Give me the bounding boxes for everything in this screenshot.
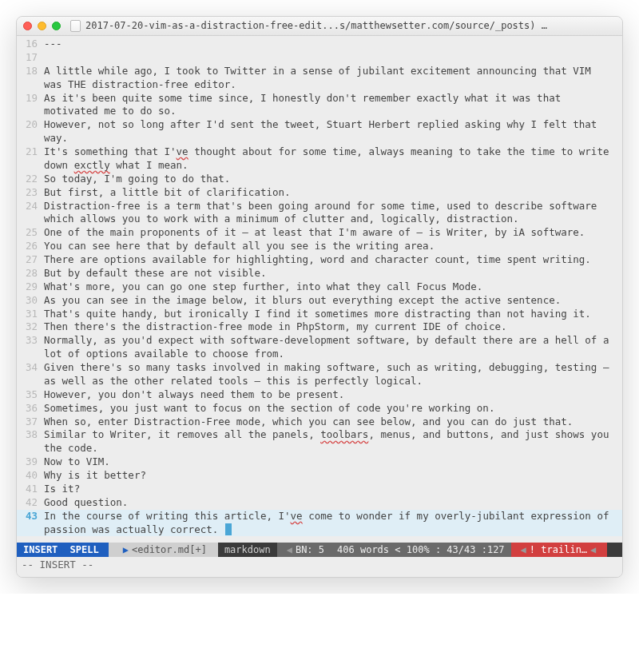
line-number: 41 (17, 483, 44, 496)
line-text[interactable]: There are options available for highligh… (44, 253, 622, 267)
line-text[interactable]: As you can see in the image below, it bl… (44, 294, 622, 308)
editor-line[interactable]: 31That's quite handy, but ironically I f… (17, 308, 622, 321)
line-text[interactable]: Similar to Writer, it removes all the pa… (44, 428, 622, 455)
editor-line[interactable]: 38Similar to Writer, it removes all the … (17, 428, 622, 455)
line-text[interactable]: Distraction-free is a term that's been g… (44, 200, 622, 227)
line-text[interactable]: What's more, you can go one step further… (44, 280, 622, 294)
status-mode: INSERT ▶ SPELL (17, 543, 109, 557)
editor-area[interactable]: 16---1718A little while ago, I took to T… (17, 36, 622, 536)
status-file: ▶ <editor.md[+] (109, 543, 218, 557)
status-spell: SPELL (70, 543, 99, 556)
editor-line[interactable]: 37When so, enter Distraction-Free mode, … (17, 416, 622, 429)
line-text[interactable]: When so, enter Distraction-Free mode, wh… (44, 416, 622, 429)
line-text[interactable]: Is it? (44, 483, 622, 496)
editor-line[interactable]: 23But first, a little bit of clarificati… (17, 186, 622, 200)
line-text[interactable]: Normally, as you'd expect with software-… (44, 334, 622, 361)
line-text[interactable]: A little while ago, I took to Twitter in… (44, 65, 622, 92)
line-text[interactable]: But by default these are not visible. (44, 267, 622, 280)
line-number: 18 (17, 65, 44, 78)
line-text[interactable]: However, you don't always need them to b… (44, 388, 622, 402)
editor-line[interactable]: 34Given there's so many tasks involved i… (17, 361, 622, 388)
line-text[interactable]: Given there's so many tasks involved in … (44, 361, 622, 388)
editor-line[interactable]: 40Why is it better? (17, 469, 622, 483)
editor-line[interactable]: 41Is it? (17, 483, 622, 496)
line-text[interactable]: In the course of writing this article, I… (44, 510, 622, 537)
editor-line[interactable]: 30As you can see in the image below, it … (17, 294, 622, 308)
editor-line[interactable]: 27There are options available for highli… (17, 253, 622, 267)
line-text[interactable]: One of the main proponents of it — at le… (44, 226, 622, 240)
line-number: 33 (17, 334, 44, 348)
line-text[interactable]: --- (44, 38, 622, 51)
line-text[interactable]: You can see here that by default all you… (44, 240, 622, 253)
spell-error[interactable]: ve (177, 145, 189, 157)
editor-line[interactable]: 21It's something that I've thought about… (17, 145, 622, 173)
line-text[interactable]: As it's been quite some time since, I ho… (44, 92, 622, 119)
chevron-right-icon: ▶ (58, 543, 69, 556)
chevron-left-icon: ◀ (518, 543, 530, 556)
line-text[interactable]: Good question. (44, 496, 622, 510)
line-number: 19 (17, 92, 44, 105)
line-number: 24 (17, 200, 44, 213)
line-text[interactable]: It's something that I've thought about f… (44, 145, 622, 173)
editor-line[interactable]: 29What's more, you can go one step furth… (17, 280, 622, 294)
line-number: 20 (17, 118, 44, 132)
titlebar[interactable]: 2017-07-20-vim-as-a-distraction-free-edi… (17, 17, 622, 36)
line-number: 23 (17, 186, 44, 200)
line-text[interactable]: However, not so long after I'd sent the … (44, 118, 622, 145)
spell-error[interactable]: exctly (74, 159, 110, 171)
minimize-icon[interactable] (38, 22, 46, 30)
line-number: 17 (17, 51, 44, 65)
status-warning: ◀ ! trailin… ◀ (511, 543, 608, 557)
line-number: 29 (17, 280, 44, 294)
editor-line[interactable]: 28But by default these are not visible. (17, 267, 622, 280)
line-number: 43 (17, 510, 44, 523)
line-number: 34 (17, 361, 44, 375)
editor-line[interactable]: 42Good question. (17, 496, 622, 510)
line-number: 35 (17, 388, 44, 402)
line-number: 39 (17, 455, 44, 469)
editor-line[interactable]: 32Then there's the distraction-free mode… (17, 320, 622, 334)
editor-line[interactable]: 36Sometimes, you just want to focus on t… (17, 402, 622, 416)
line-text[interactable]: Sometimes, you just want to focus on the… (44, 402, 622, 416)
spell-error[interactable]: ve (291, 510, 303, 522)
status-stats: 406 words < 100% : 43/43 :127 (331, 543, 511, 557)
editor-line[interactable]: 25One of the main proponents of it — at … (17, 226, 622, 240)
editor-line[interactable]: 22So today, I'm going to do that. (17, 173, 622, 186)
traffic-lights (23, 22, 61, 30)
editor-line[interactable]: 26You can see here that by default all y… (17, 240, 622, 253)
line-text[interactable]: Why is it better? (44, 469, 622, 483)
editor-line[interactable]: 17 (17, 51, 622, 65)
editor-line[interactable]: 33Normally, as you'd expect with softwar… (17, 334, 622, 361)
line-number: 38 (17, 428, 44, 442)
line-text[interactable]: Then there's the distraction-free mode i… (44, 320, 622, 334)
editor-line[interactable]: 39Now to VIM. (17, 455, 622, 469)
window-title: 2017-07-20-vim-as-a-distraction-free-edi… (85, 19, 616, 32)
editor-window: 2017-07-20-vim-as-a-distraction-free-edi… (16, 16, 623, 578)
line-number: 32 (17, 320, 44, 334)
close-icon[interactable] (23, 22, 32, 30)
line-number: 22 (17, 173, 44, 186)
editor-line[interactable]: 19As it's been quite some time since, I … (17, 92, 622, 119)
editor-line[interactable]: 35However, you don't always need them to… (17, 388, 622, 402)
editor-line[interactable]: 16--- (17, 38, 622, 51)
line-number: 31 (17, 308, 44, 321)
line-text[interactable]: That's quite handy, but ironically I fin… (44, 308, 622, 321)
spell-error[interactable]: toolbars (320, 428, 368, 440)
line-number: 42 (17, 496, 44, 510)
line-number: 36 (17, 402, 44, 416)
maximize-icon[interactable] (52, 22, 61, 30)
editor-line[interactable]: 20However, not so long after I'd sent th… (17, 118, 622, 145)
line-number: 28 (17, 267, 44, 280)
status-buffer: ◀ BN: 5 (277, 543, 331, 557)
line-number: 26 (17, 240, 44, 253)
editor-line[interactable]: 24Distraction-free is a term that's been… (17, 200, 622, 227)
editor-line[interactable]: 43In the course of writing this article,… (17, 510, 622, 537)
line-number: 25 (17, 226, 44, 240)
editor-line[interactable]: 18A little while ago, I took to Twitter … (17, 65, 622, 92)
line-text[interactable]: But first, a little bit of clarification… (44, 186, 622, 200)
line-number: 37 (17, 416, 44, 429)
line-text[interactable]: So today, I'm going to do that. (44, 173, 622, 186)
line-number: 30 (17, 294, 44, 308)
status-line: INSERT ▶ SPELL ▶ <editor.md[+] markdown … (17, 543, 622, 557)
line-text[interactable]: Now to VIM. (44, 455, 622, 469)
